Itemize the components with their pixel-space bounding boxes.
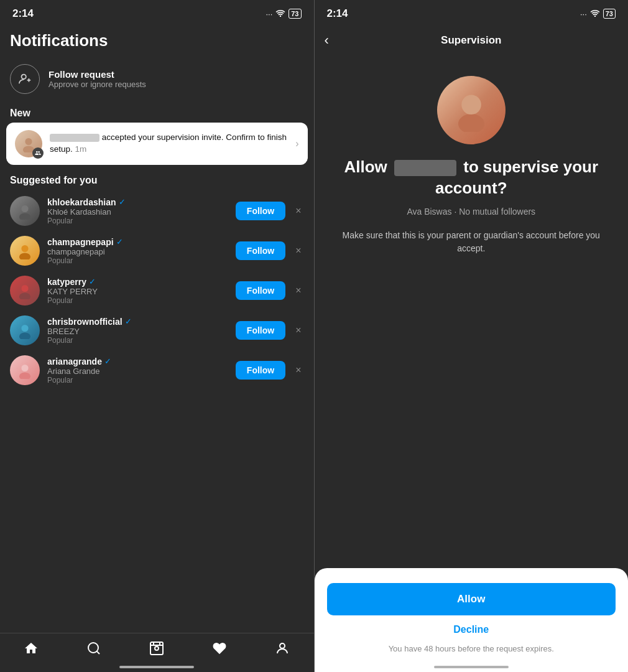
allow-button[interactable]: Allow [327, 583, 616, 615]
wifi-icon [275, 9, 285, 19]
left-panel: 2:14 ··· 73 Notifications [0, 0, 314, 672]
search-nav-icon[interactable] [86, 641, 101, 660]
suggested-section-title: Suggested for you [0, 165, 314, 191]
right-header: ‹ Supervision [315, 25, 629, 61]
profile-nav-icon[interactable] [275, 641, 290, 660]
signal-icon: ··· [580, 9, 587, 19]
allow-text-post: to supervise your account? [435, 157, 598, 197]
sugg-realname: KATY PERRY [47, 287, 228, 296]
sugg-info-arianagrande: arianagrande ✓ Ariana Grande Popular [47, 357, 228, 385]
suggested-item: arianagrande ✓ Ariana Grande Popular Fol… [0, 350, 314, 390]
svg-point-23 [280, 643, 285, 648]
sugg-username: khloekardashian [47, 197, 116, 207]
signal-icon: ··· [266, 9, 272, 19]
reels-nav-icon[interactable] [149, 641, 164, 660]
notif-username-blurred [50, 134, 99, 142]
svg-point-10 [21, 285, 28, 292]
dismiss-button[interactable]: × [293, 362, 303, 378]
svg-rect-18 [150, 642, 163, 655]
dismiss-button[interactable]: × [293, 203, 303, 219]
left-battery: 73 [289, 9, 301, 19]
sugg-popular: Popular [47, 376, 228, 385]
sub-info: Ava Biswas · No mutual followers [407, 207, 535, 217]
follow-request-text: Follow request Approve or ignore request… [48, 69, 146, 89]
sugg-info-katyperry: katyperry ✓ KATY PERRY Popular [47, 277, 228, 305]
suggested-item: chrisbrownofficial ✓ BREEZY Popular Foll… [0, 310, 314, 350]
verified-icon: ✓ [119, 197, 126, 207]
notif-avatar-wrap [15, 130, 42, 157]
verified-icon: ✓ [104, 357, 111, 366]
sugg-popular: Popular [47, 217, 228, 225]
svg-point-12 [21, 325, 28, 332]
svg-point-27 [461, 95, 481, 115]
wifi-icon [590, 9, 600, 19]
sugg-username: katyperry [47, 277, 86, 287]
svg-point-19 [155, 646, 159, 650]
svg-point-15 [19, 373, 30, 380]
follow-button[interactable]: Follow [236, 361, 285, 380]
dismiss-button[interactable]: × [293, 243, 303, 259]
sugg-popular: Popular [47, 296, 228, 305]
svg-point-24 [594, 15, 596, 16]
svg-point-1 [22, 75, 26, 79]
left-status-bar: 2:14 ··· 73 [0, 0, 314, 25]
follow-button[interactable]: Follow [236, 321, 285, 340]
supervision-title: Supervision [441, 34, 501, 47]
svg-point-9 [19, 253, 30, 260]
right-status-icons: ··· 73 [580, 9, 616, 19]
right-panel: 2:14 ··· 73 ‹ Supervision All [315, 0, 629, 672]
chevron-right-icon: › [295, 138, 298, 149]
heart-nav-icon[interactable] [212, 641, 227, 660]
follow-button[interactable]: Follow [236, 202, 285, 220]
notif-time: 1m [75, 144, 87, 154]
follow-request-row[interactable]: Follow request Approve or ignore request… [0, 58, 314, 100]
svg-point-8 [21, 245, 28, 252]
svg-point-6 [21, 205, 28, 212]
dismiss-button[interactable]: × [293, 322, 303, 338]
sugg-username: chrisbrownofficial [47, 317, 122, 327]
back-button[interactable]: ‹ [325, 30, 335, 51]
suggested-item: khloekardashian ✓ Khloé Kardashian Popul… [0, 191, 314, 231]
verified-icon: ✓ [89, 277, 96, 286]
new-section-label: New [0, 100, 314, 123]
verified-icon: ✓ [116, 237, 123, 246]
sugg-realname: BREEZY [47, 327, 228, 336]
notification-item[interactable]: accepted your supervision invite. Confir… [6, 123, 308, 165]
svg-point-7 [19, 213, 30, 220]
svg-point-14 [21, 365, 28, 371]
svg-line-17 [97, 651, 99, 654]
supervision-profile-avatar [437, 76, 506, 144]
follow-button[interactable]: Follow [236, 241, 285, 260]
blurred-username [394, 160, 456, 176]
follow-request-icon [10, 64, 40, 94]
follow-button[interactable]: Follow [236, 281, 285, 300]
allow-text-pre: Allow [344, 157, 387, 176]
avatar-khloekardashian [10, 196, 40, 226]
follow-request-subtitle: Approve or ignore requests [48, 80, 146, 89]
home-indicator [119, 666, 194, 668]
decline-button[interactable]: Decline [453, 624, 489, 635]
sugg-realname: Khloé Kardashian [47, 207, 228, 217]
svg-point-0 [280, 15, 281, 16]
suggested-item: champagnepapi ✓ champagnepapi Popular Fo… [0, 231, 314, 271]
sugg-realname: Ariana Grande [47, 366, 228, 376]
svg-point-11 [19, 293, 30, 300]
svg-point-4 [25, 138, 32, 145]
sugg-username: arianagrande [47, 357, 102, 366]
follow-request-title: Follow request [48, 69, 146, 80]
svg-point-13 [19, 333, 30, 340]
dismiss-button[interactable]: × [293, 282, 303, 299]
action-area: Allow Decline You have 48 hours before t… [315, 568, 629, 672]
sugg-info-champagnepapi: champagnepapi ✓ champagnepapi Popular [47, 237, 228, 265]
right-battery: 73 [603, 9, 616, 19]
warning-text: Make sure that this is your parent or gu… [315, 219, 629, 265]
avatar-champagnepapi [10, 236, 40, 266]
allow-title: Allow to supervise your account? [315, 157, 629, 199]
sugg-popular: Popular [47, 256, 228, 265]
right-status-time: 2:14 [327, 7, 348, 20]
suggested-item: katyperry ✓ KATY PERRY Popular Follow × [0, 271, 314, 310]
home-nav-icon[interactable] [24, 641, 39, 660]
sugg-info-khloekardashian: khloekardashian ✓ Khloé Kardashian Popul… [47, 197, 228, 225]
avatar-chrisbrownofficial [10, 315, 40, 345]
right-status-bar: 2:14 ··· 73 [315, 0, 629, 25]
